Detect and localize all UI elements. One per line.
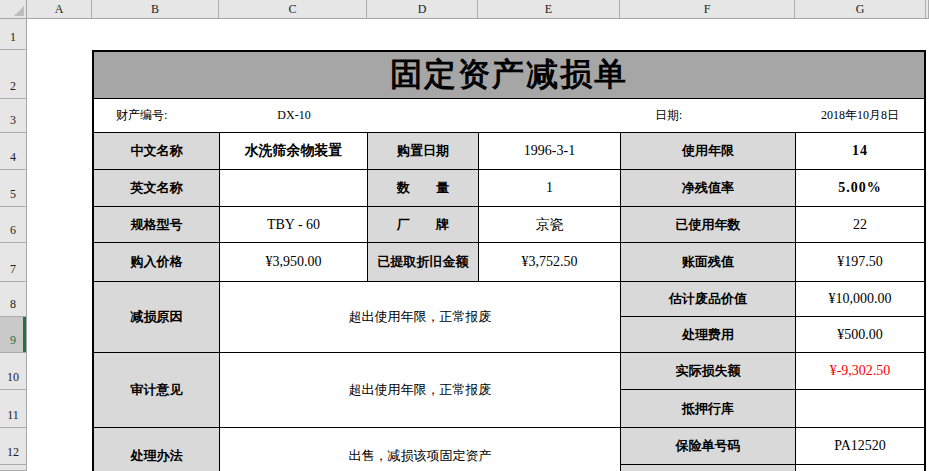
value-actual-loss[interactable]: ¥-9,302.50 bbox=[796, 353, 924, 390]
label-quantity[interactable]: 数 量 bbox=[368, 170, 479, 207]
label-accumulated-depreciation[interactable]: 已提取折旧金额 bbox=[368, 243, 479, 282]
column-header-b[interactable]: B bbox=[92, 0, 219, 19]
label-next-row-partial[interactable] bbox=[621, 465, 796, 471]
selected-row-indicator bbox=[23, 317, 26, 352]
spreadsheet: A B C D E F G 1 2 3 4 5 6 7 8 9 10 11 12… bbox=[0, 0, 929, 471]
label-brand[interactable]: 厂 牌 bbox=[368, 207, 479, 243]
value-purchase-price[interactable]: ¥3,950.00 bbox=[220, 243, 368, 282]
value-mortgage-bank[interactable] bbox=[796, 390, 924, 428]
value-estimated-scrap-value[interactable]: ¥10,000.00 bbox=[796, 282, 924, 317]
value-accumulated-depreciation[interactable]: ¥3,752.50 bbox=[479, 243, 621, 282]
value-impairment-reason[interactable]: 超出使用年限，正常报废 bbox=[220, 282, 621, 353]
value-chinese-name[interactable]: 水洗筛余物装置 bbox=[220, 133, 368, 170]
row-header-13-partial bbox=[0, 465, 27, 471]
value-insurance-policy-number[interactable]: PA12520 bbox=[796, 428, 924, 465]
select-all-triangle-icon bbox=[14, 6, 24, 16]
value-useful-life[interactable]: 14 bbox=[796, 133, 924, 170]
value-disposal-cost[interactable]: ¥500.00 bbox=[796, 317, 924, 353]
asset-number-label: 财产编号: bbox=[116, 99, 167, 132]
value-model-spec[interactable]: TBY - 60 bbox=[220, 207, 368, 243]
row-header-6[interactable]: 6 bbox=[0, 207, 27, 243]
column-header-e[interactable]: E bbox=[478, 0, 620, 19]
value-brand[interactable]: 京瓷 bbox=[479, 207, 621, 243]
row-header-10[interactable]: 10 bbox=[0, 353, 27, 390]
value-english-name[interactable] bbox=[220, 170, 368, 207]
label-mortgage-bank[interactable]: 抵押行库 bbox=[621, 390, 796, 428]
form-title[interactable]: 固定资产减损单 bbox=[94, 52, 924, 99]
date-value[interactable]: 2018年10月8日 bbox=[796, 99, 924, 132]
label-useful-life[interactable]: 使用年限 bbox=[621, 133, 796, 170]
value-disposal-method[interactable]: 出售，减损该项固定资产 bbox=[220, 428, 621, 471]
value-years-used[interactable]: 22 bbox=[796, 207, 924, 243]
value-book-residual-value[interactable]: ¥197.50 bbox=[796, 243, 924, 282]
row-header-3[interactable]: 3 bbox=[0, 99, 27, 133]
label-chinese-name[interactable]: 中文名称 bbox=[94, 133, 220, 170]
row-header-9-number: 9 bbox=[10, 333, 16, 348]
column-header-f[interactable]: F bbox=[620, 0, 795, 19]
column-header-g[interactable]: G bbox=[795, 0, 926, 19]
row-header-9-selected[interactable]: 9 bbox=[0, 317, 27, 353]
asset-number-value[interactable]: DX-10 bbox=[220, 99, 368, 132]
row-header-1[interactable]: 1 bbox=[0, 19, 27, 50]
fixed-asset-impairment-form: 固定资产减损单 财产编号: DX-10 日期: 2018年10月8日 中文名称 … bbox=[92, 50, 926, 471]
value-audit-opinion[interactable]: 超出使用年限，正常报废 bbox=[220, 353, 621, 428]
label-book-residual-value[interactable]: 账面残值 bbox=[621, 243, 796, 282]
value-net-residual-rate[interactable]: 5.00% bbox=[796, 170, 924, 207]
row-header-8[interactable]: 8 bbox=[0, 282, 27, 317]
value-purchase-date[interactable]: 1996-3-1 bbox=[479, 133, 621, 170]
row-header-7[interactable]: 7 bbox=[0, 243, 27, 282]
row-header-2[interactable]: 2 bbox=[0, 50, 27, 99]
row-header-5[interactable]: 5 bbox=[0, 170, 27, 207]
column-header-a[interactable]: A bbox=[27, 0, 92, 19]
label-disposal-method[interactable]: 处理办法 bbox=[94, 428, 220, 471]
select-all-corner[interactable] bbox=[0, 0, 27, 19]
label-estimated-scrap-value[interactable]: 估计废品价值 bbox=[621, 282, 796, 317]
row-header-12[interactable]: 12 bbox=[0, 428, 27, 465]
date-label: 日期: bbox=[655, 99, 682, 132]
label-purchase-price[interactable]: 购入价格 bbox=[94, 243, 220, 282]
column-headers: A B C D E F G bbox=[27, 0, 929, 19]
label-impairment-reason[interactable]: 减损原因 bbox=[94, 282, 220, 353]
label-insurance-policy-number[interactable]: 保险单号码 bbox=[621, 428, 796, 465]
form-meta-row[interactable]: 财产编号: DX-10 日期: 2018年10月8日 bbox=[94, 99, 924, 133]
label-years-used[interactable]: 已使用年数 bbox=[621, 207, 796, 243]
label-english-name[interactable]: 英文名称 bbox=[94, 170, 220, 207]
column-header-c[interactable]: C bbox=[219, 0, 367, 19]
label-actual-loss[interactable]: 实际损失额 bbox=[621, 353, 796, 390]
row-header-4[interactable]: 4 bbox=[0, 133, 27, 170]
column-header-d[interactable]: D bbox=[367, 0, 478, 19]
row-header-11[interactable]: 11 bbox=[0, 390, 27, 428]
label-audit-opinion[interactable]: 审计意见 bbox=[94, 353, 220, 428]
row-headers: 1 2 3 4 5 6 7 8 9 10 11 12 bbox=[0, 19, 27, 471]
value-next-row-partial[interactable] bbox=[796, 465, 924, 471]
label-model-spec[interactable]: 规格型号 bbox=[94, 207, 220, 243]
label-purchase-date[interactable]: 购置日期 bbox=[368, 133, 479, 170]
label-disposal-cost[interactable]: 处理费用 bbox=[621, 317, 796, 353]
value-quantity[interactable]: 1 bbox=[479, 170, 621, 207]
label-net-residual-rate[interactable]: 净残值率 bbox=[621, 170, 796, 207]
